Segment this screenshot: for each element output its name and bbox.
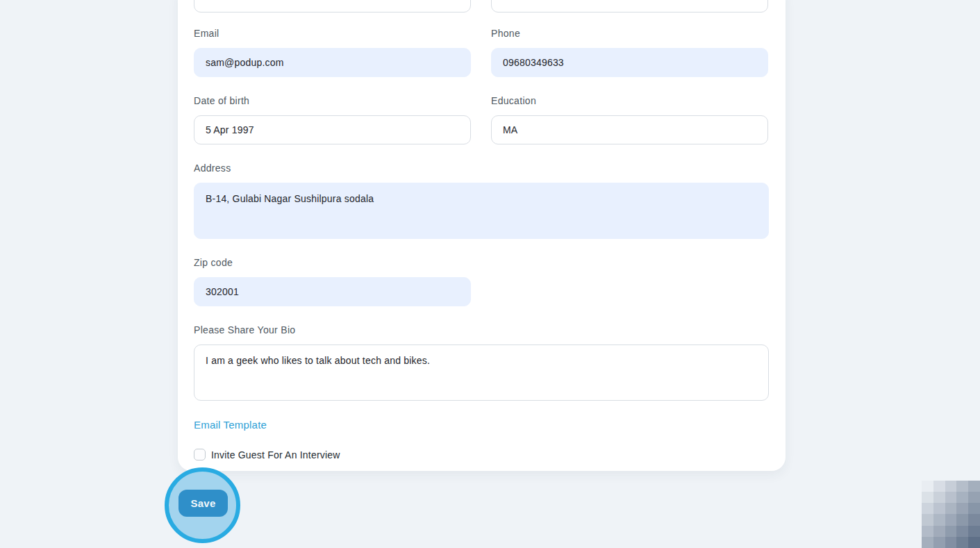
zip-field-group: Zip code <box>194 257 471 306</box>
dob-input[interactable] <box>194 115 471 144</box>
invite-checkbox-row: Invite Guest For An Interview <box>194 449 769 460</box>
email-input[interactable] <box>194 48 471 77</box>
email-label: Email <box>194 28 471 39</box>
email-template-link[interactable]: Email Template <box>194 419 267 431</box>
education-field-group: Education <box>491 77 768 144</box>
email-field-group: Email <box>194 13 471 77</box>
invite-checkbox[interactable] <box>194 449 206 460</box>
zip-input[interactable] <box>194 277 471 306</box>
save-button[interactable]: Save <box>178 490 228 517</box>
phone-label: Phone <box>491 28 768 39</box>
education-input[interactable] <box>491 115 768 144</box>
redacted-mosaic <box>922 481 980 548</box>
zip-label: Zip code <box>194 257 471 268</box>
page: { "page": { "background": "#eff3f7" }, "… <box>0 0 980 548</box>
phone-field-group: Phone <box>491 13 768 77</box>
education-label: Education <box>491 95 768 106</box>
invite-checkbox-label: Invite Guest For An Interview <box>211 449 340 460</box>
email-phone-row: Email Phone <box>194 13 769 77</box>
address-field-group: Address B-14, Gulabi Nagar Sushilpura so… <box>194 163 769 239</box>
bio-field-group: Please Share Your Bio I am a geek who li… <box>194 324 769 401</box>
address-textarea[interactable]: B-14, Gulabi Nagar Sushilpura sodala <box>194 183 769 239</box>
address-label: Address <box>194 163 769 174</box>
top-left-field-partial[interactable] <box>194 0 471 13</box>
bio-label: Please Share Your Bio <box>194 324 769 335</box>
phone-input[interactable] <box>491 48 768 77</box>
guest-details-card: Email Phone Date of birth Education Addr… <box>178 0 786 471</box>
dob-label: Date of birth <box>194 95 471 106</box>
top-right-field-partial[interactable] <box>491 0 768 13</box>
bio-textarea[interactable]: I am a geek who likes to talk about tech… <box>194 344 769 401</box>
dob-education-row: Date of birth Education <box>194 77 769 144</box>
top-cutoff-row <box>194 0 769 13</box>
dob-field-group: Date of birth <box>194 77 471 144</box>
